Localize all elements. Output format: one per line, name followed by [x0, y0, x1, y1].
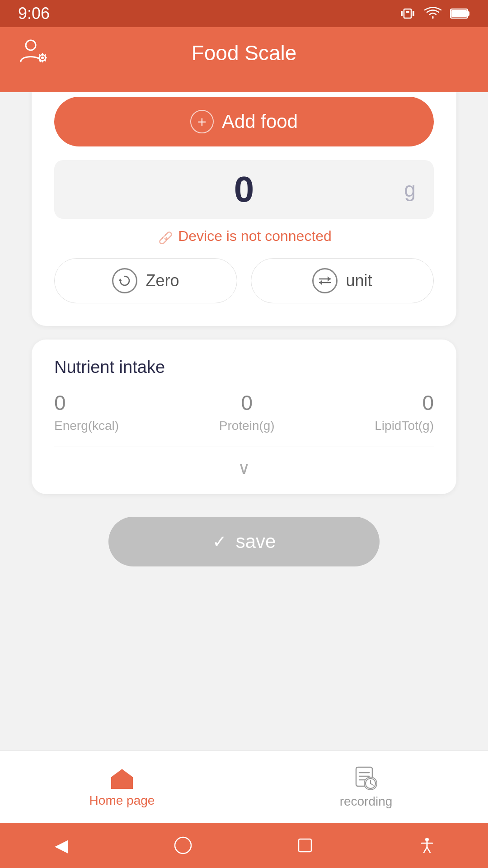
svg-rect-22	[118, 782, 126, 789]
back-button[interactable]: ◀	[47, 832, 75, 859]
svg-line-18	[162, 235, 166, 238]
link-icon	[156, 229, 172, 244]
nutrient-title: Nutrient intake	[54, 358, 434, 377]
recording-icon	[353, 765, 379, 791]
svg-rect-3	[413, 11, 414, 16]
weight-display: 0 g	[54, 160, 434, 219]
scale-card: + Add food 0 g Device is not connected	[32, 92, 456, 326]
svg-marker-20	[328, 276, 330, 282]
nutrient-lipid: 0 LipidTot(g)	[375, 391, 434, 433]
nutrient-protein: 0 Protein(g)	[219, 391, 275, 433]
svg-point-32	[175, 837, 191, 854]
status-bar: 9:06	[0, 0, 488, 27]
save-button[interactable]: ✓ save	[108, 517, 380, 566]
vibrate-icon	[399, 5, 416, 22]
battery-icon	[450, 7, 470, 20]
main-content: + Add food 0 g Device is not connected	[0, 92, 488, 750]
protein-label: Protein(g)	[219, 419, 275, 433]
expand-nutrients-button[interactable]: ∨	[54, 447, 434, 485]
home-label: Home page	[89, 793, 155, 808]
svg-marker-21	[319, 280, 322, 285]
page-title: Food Scale	[192, 41, 297, 65]
svg-line-15	[45, 60, 46, 61]
accessibility-button[interactable]	[413, 832, 441, 859]
weight-unit: g	[404, 177, 416, 202]
user-settings-icon[interactable]	[18, 38, 50, 65]
energy-value: 0	[54, 391, 66, 415]
svg-rect-0	[404, 9, 411, 18]
chevron-down-icon: ∨	[238, 458, 250, 478]
connection-status: Device is not connected	[156, 228, 332, 245]
home-icon	[109, 766, 135, 790]
zero-button[interactable]: Zero	[54, 258, 237, 303]
save-label: save	[236, 531, 276, 552]
nutrient-row: 0 Energ(kcal) 0 Protein(g) 0 LipidTot(g)	[54, 391, 434, 447]
wifi-icon	[424, 7, 442, 20]
zero-label: Zero	[145, 271, 179, 290]
svg-point-9	[41, 57, 44, 59]
plus-circle-icon: +	[190, 110, 214, 133]
svg-line-38	[427, 847, 430, 853]
recent-button[interactable]	[291, 832, 319, 859]
add-food-button[interactable]: + Add food	[54, 97, 434, 146]
svg-marker-19	[118, 278, 122, 281]
nav-recording[interactable]: recording	[244, 765, 488, 809]
status-icons	[399, 5, 470, 22]
weight-value: 0	[234, 169, 254, 210]
svg-point-7	[26, 40, 36, 50]
check-icon: ✓	[212, 532, 227, 552]
svg-line-14	[39, 55, 40, 56]
lipid-value: 0	[422, 391, 434, 415]
nav-home[interactable]: Home page	[0, 766, 244, 808]
bottom-nav: Home page recording	[0, 750, 488, 823]
home-button[interactable]	[169, 832, 197, 859]
add-food-label: Add food	[222, 111, 298, 132]
svg-line-37	[424, 847, 427, 853]
svg-rect-2	[401, 11, 403, 16]
connection-text: Device is not connected	[178, 228, 332, 245]
unit-button[interactable]: unit	[251, 258, 434, 303]
svg-rect-1	[406, 11, 409, 13]
reset-icon	[112, 268, 137, 293]
unit-label: unit	[346, 271, 372, 290]
svg-rect-33	[299, 839, 311, 852]
control-buttons-row: Zero unit	[54, 258, 434, 303]
svg-rect-5	[468, 11, 469, 16]
nutrient-energy: 0 Energ(kcal)	[54, 391, 119, 433]
android-nav-bar: ◀	[0, 823, 488, 868]
svg-rect-6	[451, 10, 467, 17]
header: Food Scale	[0, 27, 488, 92]
recording-label: recording	[340, 794, 393, 809]
status-time: 9:06	[18, 4, 50, 23]
energy-label: Energ(kcal)	[54, 419, 119, 433]
svg-line-17	[45, 55, 46, 56]
svg-line-16	[39, 60, 40, 61]
lipid-label: LipidTot(g)	[375, 419, 434, 433]
protein-value: 0	[241, 391, 253, 415]
switch-icon	[312, 268, 338, 293]
nutrient-card: Nutrient intake 0 Energ(kcal) 0 Protein(…	[32, 340, 456, 494]
